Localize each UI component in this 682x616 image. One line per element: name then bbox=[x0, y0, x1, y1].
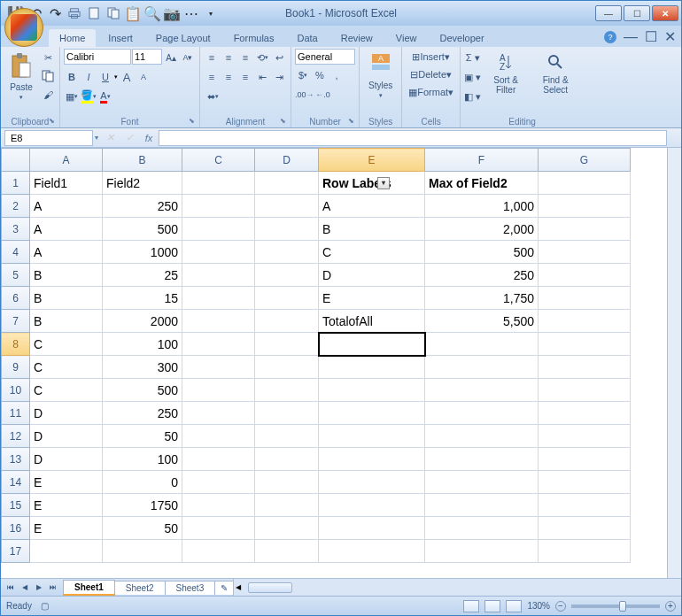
vertical-scrollbar[interactable] bbox=[667, 148, 681, 578]
cell-E3[interactable]: B bbox=[319, 218, 425, 241]
tab-home[interactable]: Home bbox=[49, 29, 96, 47]
increase-indent-button[interactable]: ⇥ bbox=[271, 68, 287, 86]
clipboard-launcher-icon[interactable]: ⬊ bbox=[49, 117, 58, 126]
align-bottom-button[interactable]: ≡ bbox=[237, 49, 253, 66]
print-icon[interactable] bbox=[66, 5, 82, 21]
cell-E1[interactable]: Row Labels▾ bbox=[319, 172, 425, 195]
font-name-combo[interactable]: Calibri bbox=[64, 49, 131, 65]
cell-A12[interactable]: D bbox=[30, 425, 103, 448]
cell-E2[interactable]: A bbox=[319, 195, 425, 218]
new-sheet-icon[interactable]: ✎ bbox=[214, 581, 234, 595]
cell-F16[interactable] bbox=[425, 517, 539, 540]
cell-F3[interactable]: 2,000 bbox=[425, 218, 539, 241]
cell-D6[interactable] bbox=[255, 287, 319, 310]
cell-A2[interactable]: A bbox=[30, 195, 103, 218]
name-box[interactable]: E8 bbox=[4, 130, 93, 146]
fill-color-button[interactable]: 🪣▾ bbox=[81, 88, 97, 105]
cell-A11[interactable]: D bbox=[30, 402, 103, 425]
cut-button[interactable]: ✂ bbox=[40, 49, 56, 66]
cell-E4[interactable]: C bbox=[319, 241, 425, 264]
row-header-5[interactable]: 5 bbox=[2, 264, 30, 287]
office-button[interactable] bbox=[4, 8, 43, 47]
close-button[interactable]: ✕ bbox=[652, 5, 678, 21]
cell-A5[interactable]: B bbox=[30, 264, 103, 287]
col-header-G[interactable]: G bbox=[539, 149, 631, 172]
cell-C5[interactable] bbox=[182, 264, 255, 287]
page-layout-view-button[interactable] bbox=[484, 600, 500, 612]
cell-C1[interactable] bbox=[182, 172, 255, 195]
cell-E7[interactable]: TotalofAll bbox=[319, 310, 425, 333]
cell-A6[interactable]: B bbox=[30, 287, 103, 310]
copy-button[interactable] bbox=[40, 67, 56, 85]
zoom-level[interactable]: 130% bbox=[527, 601, 550, 611]
cell-E8[interactable] bbox=[319, 333, 425, 356]
cell-C4[interactable] bbox=[182, 241, 255, 264]
last-sheet-icon[interactable]: ⏭ bbox=[47, 581, 59, 594]
cell-C3[interactable] bbox=[182, 218, 255, 241]
enter-icon[interactable]: ✓ bbox=[121, 130, 137, 146]
cell-B14[interactable]: 0 bbox=[103, 471, 182, 494]
fx-icon[interactable]: fx bbox=[141, 130, 157, 146]
cell-D7[interactable] bbox=[255, 310, 319, 333]
cell-G10[interactable] bbox=[539, 379, 631, 402]
cell-B8[interactable]: 100 bbox=[103, 333, 182, 356]
preview-icon[interactable]: 🔍 bbox=[144, 5, 160, 21]
cell-G17[interactable] bbox=[539, 540, 631, 563]
cell-C6[interactable] bbox=[182, 287, 255, 310]
cell-A8[interactable]: C bbox=[30, 333, 103, 356]
cell-D11[interactable] bbox=[255, 402, 319, 425]
cell-D12[interactable] bbox=[255, 425, 319, 448]
row-header-2[interactable]: 2 bbox=[2, 195, 30, 218]
page-break-view-button[interactable] bbox=[506, 600, 522, 612]
decrease-decimal-button[interactable]: ←.0 bbox=[315, 86, 331, 104]
col-header-D[interactable]: D bbox=[255, 149, 319, 172]
decrease-indent-button[interactable]: ⇤ bbox=[254, 68, 270, 86]
cell-D3[interactable] bbox=[255, 218, 319, 241]
align-middle-button[interactable]: ≡ bbox=[221, 49, 236, 66]
cell-E15[interactable] bbox=[319, 494, 425, 517]
cell-C7[interactable] bbox=[182, 310, 255, 333]
row-header-6[interactable]: 6 bbox=[2, 287, 30, 310]
cell-A1[interactable]: Field1 bbox=[30, 172, 103, 195]
wrap-text-button[interactable]: ↩ bbox=[271, 49, 287, 66]
cancel-icon[interactable]: ✕ bbox=[102, 130, 118, 146]
cell-G15[interactable] bbox=[539, 494, 631, 517]
cell-E9[interactable] bbox=[319, 356, 425, 379]
cell-E12[interactable] bbox=[319, 425, 425, 448]
qat-dropdown-icon[interactable]: ▾ bbox=[203, 5, 219, 21]
cell-A3[interactable]: A bbox=[30, 218, 103, 241]
alignment-launcher-icon[interactable]: ⬊ bbox=[280, 117, 289, 126]
cell-D5[interactable] bbox=[255, 264, 319, 287]
cell-B5[interactable]: 25 bbox=[103, 264, 182, 287]
cell-B17[interactable] bbox=[103, 540, 182, 563]
align-top-button[interactable]: ≡ bbox=[204, 49, 220, 66]
row-header-15[interactable]: 15 bbox=[2, 494, 30, 517]
cell-E10[interactable] bbox=[319, 379, 425, 402]
clear-button[interactable]: ◧ ▾ bbox=[464, 88, 481, 105]
cell-B11[interactable]: 250 bbox=[103, 402, 182, 425]
align-left-button[interactable]: ≡ bbox=[204, 68, 220, 86]
cell-G1[interactable] bbox=[539, 172, 631, 195]
cell-C10[interactable] bbox=[182, 379, 255, 402]
font-color-button[interactable]: A▾ bbox=[97, 88, 113, 105]
zoom-out-button[interactable]: − bbox=[555, 601, 566, 612]
sheet-tab-1[interactable]: Sheet1 bbox=[63, 580, 115, 596]
sheet-tab-2[interactable]: Sheet2 bbox=[114, 581, 166, 595]
row-header-3[interactable]: 3 bbox=[2, 218, 30, 241]
camera-icon[interactable]: 📷 bbox=[164, 5, 180, 21]
align-center-button[interactable]: ≡ bbox=[221, 68, 236, 86]
cell-F6[interactable]: 1,750 bbox=[425, 287, 539, 310]
cell-E5[interactable]: D bbox=[319, 264, 425, 287]
zoom-in-button[interactable]: + bbox=[665, 601, 676, 612]
cell-G2[interactable] bbox=[539, 195, 631, 218]
cell-E16[interactable] bbox=[319, 517, 425, 540]
row-header-7[interactable]: 7 bbox=[2, 310, 30, 333]
next-sheet-icon[interactable]: ▶ bbox=[33, 581, 45, 594]
paste-icon[interactable]: 📋 bbox=[125, 5, 141, 21]
cell-D9[interactable] bbox=[255, 356, 319, 379]
cell-D8[interactable] bbox=[255, 333, 319, 356]
cell-B15[interactable]: 1750 bbox=[103, 494, 182, 517]
italic-button[interactable]: I bbox=[81, 68, 97, 86]
cell-B13[interactable]: 100 bbox=[103, 448, 182, 471]
cell-E14[interactable] bbox=[319, 471, 425, 494]
